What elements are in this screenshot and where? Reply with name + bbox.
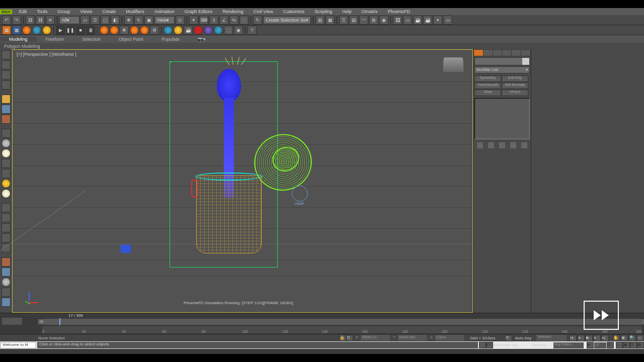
add-time-tag[interactable]: Add Time Tag: [493, 343, 523, 347]
time-marker[interactable]: [59, 318, 60, 325]
ltool-21[interactable]: [2, 267, 11, 277]
phx-liq5-button[interactable]: [204, 26, 213, 35]
material-editor-button[interactable]: ◉: [379, 16, 388, 25]
phx-liq1-button[interactable]: [164, 26, 173, 35]
menu-phoenixfd[interactable]: PhoenixFD: [383, 9, 416, 14]
viewport[interactable]: [+] [Perspective ] [Wireframe ]: [12, 49, 473, 313]
cmd-tab-create[interactable]: [474, 50, 483, 56]
phx-source-button[interactable]: [42, 26, 51, 35]
object-color-swatch[interactable]: [522, 58, 529, 65]
key-mode-toggle[interactable]: ◈: [587, 342, 594, 348]
phx-preset5-button[interactable]: [140, 26, 149, 35]
angle-snap-button[interactable]: ∠: [219, 16, 228, 25]
unlink-button[interactable]: ⛓: [36, 16, 45, 25]
selection-filter-dropdown[interactable]: All▾: [59, 16, 79, 24]
phx-sim-fire-button[interactable]: [22, 26, 31, 35]
prev-frame-button[interactable]: ◂: [578, 335, 585, 341]
mod-btn-xform[interactable]: XForm: [502, 89, 528, 96]
video-play-overlay[interactable]: [584, 301, 619, 330]
key-filters-dropdown[interactable]: Key Filters...: [553, 342, 584, 348]
cmd-tab-motion[interactable]: [502, 50, 511, 56]
phx-liq4-button[interactable]: [194, 26, 203, 35]
named-selection-dropdown[interactable]: Create Selection Se▾: [263, 16, 311, 24]
ltool-4[interactable]: [2, 80, 11, 89]
mod-btn-editpoly[interactable]: Edit Poly: [502, 75, 528, 82]
nav-zoom-ext-button[interactable]: ▣: [623, 342, 630, 348]
schematic-button[interactable]: ⊞: [369, 16, 378, 25]
window-crossing-button[interactable]: ◧: [111, 16, 120, 25]
ltool-8[interactable]: [2, 129, 11, 138]
goto-start-button[interactable]: |◂: [570, 335, 577, 341]
ltool-23[interactable]: [2, 288, 11, 297]
mod-btn-symmetry[interactable]: Symmetry: [474, 75, 501, 82]
ribbon-tab-modeling[interactable]: Modeling: [0, 37, 37, 42]
ribbon-camera-icon[interactable]: 📷▾: [189, 37, 215, 42]
phx-play-button[interactable]: ▶: [56, 26, 65, 35]
nav-arc-button[interactable]: ◉: [621, 335, 628, 341]
mod-btn-shell[interactable]: Shell: [474, 89, 501, 96]
nav-region-button[interactable]: ⊡: [630, 342, 637, 348]
ribbon-tab-populate[interactable]: Populate: [152, 37, 189, 42]
menu-group[interactable]: Group: [52, 9, 75, 14]
render-frame-button[interactable]: ▭: [403, 16, 412, 25]
next-frame-button[interactable]: ▸: [594, 335, 601, 341]
phx-preset4-button[interactable]: [130, 26, 139, 35]
maxscript-mini[interactable]: Welcome to M: [0, 342, 36, 348]
menu-civilview[interactable]: Civil View: [249, 9, 278, 14]
phx-stop-button[interactable]: ■: [76, 26, 85, 35]
ribbon-tab-freeform[interactable]: Freeform: [37, 37, 73, 42]
link-button[interactable]: ⛓: [26, 16, 35, 25]
align-button[interactable]: ▦: [326, 16, 335, 25]
stack-pin-icon[interactable]: [477, 142, 483, 148]
menu-help[interactable]: Help: [337, 9, 357, 14]
phx-liq3-button[interactable]: ☕: [184, 26, 193, 35]
scale-button[interactable]: ▣: [144, 16, 153, 25]
menu-rendering[interactable]: Rendering: [217, 9, 249, 14]
ltool-22[interactable]: [2, 278, 11, 287]
spinner-snap-button[interactable]: ⬚: [239, 16, 249, 25]
nav-zoom-all-button[interactable]: ▭: [616, 342, 623, 348]
phx-preset2-button[interactable]: [110, 26, 119, 35]
render-last-button[interactable]: ▭: [443, 16, 452, 25]
ltool-3[interactable]: [2, 70, 11, 79]
render-prod-button[interactable]: ☕: [423, 16, 432, 25]
nav-zoom-button[interactable]: 🔍: [629, 335, 636, 341]
ltool-24[interactable]: [2, 298, 11, 307]
nav-pan-button[interactable]: ✋: [613, 335, 620, 341]
stack-show-icon[interactable]: [488, 142, 494, 148]
nav-fov-button[interactable]: ▭: [637, 335, 644, 341]
snap-button[interactable]: 3: [209, 16, 218, 25]
phx-preset6-button[interactable]: ⚙: [150, 26, 159, 35]
time-ruler[interactable]: 0 20 40 60 80 100 120 140 160 180 200 22…: [0, 326, 644, 334]
phx-preset1-button[interactable]: [100, 26, 109, 35]
pivot-button[interactable]: ⊙: [176, 16, 185, 25]
x-field[interactable]: 26999.13: [361, 335, 390, 341]
menu-tools[interactable]: Tools: [32, 9, 52, 14]
phx-preset3-button[interactable]: ❋: [120, 26, 129, 35]
view-cube[interactable]: [443, 57, 464, 72]
rotate-button[interactable]: ↻: [134, 16, 143, 25]
ribbon-tab-selection[interactable]: Selection: [73, 37, 110, 42]
time-slider-track[interactable]: ◂ 17 / 300 ▸: [44, 319, 642, 325]
select-name-button[interactable]: ☰: [91, 16, 100, 25]
modifier-list-dropdown[interactable]: Modifier List▾: [474, 66, 530, 73]
goto-end-button[interactable]: ▸|: [602, 335, 609, 341]
coord-toggle-button[interactable]: ⟳: [505, 335, 512, 341]
phx-pause-button[interactable]: ❚❚: [66, 26, 75, 35]
scene-explorer-button[interactable]: ▤: [349, 16, 358, 25]
stack-unique-icon[interactable]: [499, 142, 505, 148]
ltool-14[interactable]: [2, 189, 11, 198]
menu-edit[interactable]: Edit: [14, 9, 32, 14]
mod-btn-turbosmooth[interactable]: TurboSmooth: [474, 82, 501, 89]
render-setup-button[interactable]: 🖼: [393, 16, 402, 25]
ltool-11[interactable]: [2, 159, 11, 168]
cmd-tab-hierarchy[interactable]: [493, 50, 502, 56]
ltool-1[interactable]: [2, 50, 11, 59]
manipulate-button[interactable]: ✦: [189, 16, 198, 25]
ribbon-tab-objectpaint[interactable]: Object Paint: [110, 37, 152, 42]
render-button[interactable]: ☕: [413, 16, 422, 25]
current-frame-field[interactable]: 17: [594, 342, 606, 348]
editsel-button[interactable]: ✎: [253, 16, 262, 25]
phx-delete-button[interactable]: 🗑: [86, 26, 95, 35]
object-name-field[interactable]: [474, 57, 530, 65]
